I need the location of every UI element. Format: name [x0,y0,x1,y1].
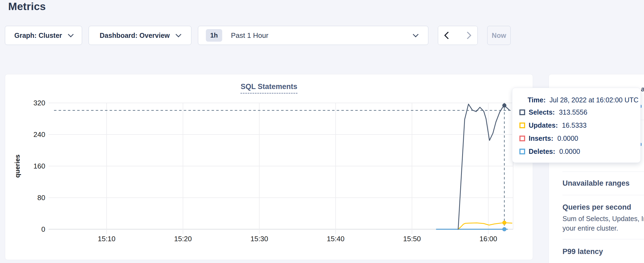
x-tick-label: 15:50 [403,235,421,243]
sidebar-heading-queries-per-second: Queries per second [562,203,631,212]
series-swatch-icon [519,136,525,141]
dashboard-dropdown-label: Dashboard: Overview [100,32,170,39]
tooltip-time-value: Jul 28, 2022 at 16:02:00 UTC [549,96,639,104]
sidebar-heading-p99-latency: P99 latency [562,247,603,256]
tooltip-series-value: 16.5333 [562,121,586,129]
time-range-label: Past 1 Hour [231,31,268,40]
x-tick-label: 15:20 [174,235,192,243]
tooltip-series-row: Updates:16.5333 [519,119,635,132]
y-tick-label: 240 [13,130,45,139]
y-tick-label: 320 [13,99,45,107]
sidebar-divider [562,172,644,172]
chart-tooltip: Time:Jul 28, 2022 at 16:02:00 UTC Select… [512,88,641,163]
sidebar-divider [562,239,644,239]
series-swatch-icon [519,149,525,154]
page-title: Metrics [8,1,46,13]
chevron-right-icon [464,32,471,39]
tooltip-series-row: Deletes:0.0000 [519,145,635,158]
tooltip-series-label: Deletes: [529,148,555,155]
tooltip-series-row: Selects:313.5556 [519,106,635,119]
tooltip-series-label: Updates: [529,121,558,129]
sidebar-description-line: your entire cluster. [562,225,618,232]
graph-dropdown[interactable]: Graph: Cluster [5,26,82,45]
series-swatch-icon [519,123,525,128]
now-button[interactable]: Now [487,26,511,45]
tooltip-series-label: Selects: [529,108,555,116]
tooltip-series-value: 0.0000 [557,134,578,142]
x-tick-label: 15:30 [250,235,268,243]
chevron-down-icon [175,31,181,37]
x-tick-label: 15:40 [327,235,344,243]
dashboard-dropdown[interactable]: Dashboard: Overview [89,26,191,45]
time-back-button[interactable] [438,26,458,45]
time-range-badge: 1h [206,29,222,42]
x-tick-label: 16:00 [479,235,497,243]
tooltip-series-row: Inserts:0.0000 [519,132,635,145]
time-forward-button[interactable] [458,26,477,45]
clipped-heading-fragment: a [641,85,644,93]
series-swatch-icon [519,109,525,115]
tooltip-time: Time:Jul 28, 2022 at 16:02:00 UTC [528,96,639,104]
chevron-down-icon [413,31,419,37]
chevron-left-icon [444,32,452,39]
sidebar-heading-unavailable-ranges: Unavailable ranges [562,179,630,188]
y-tick-label: 0 [13,225,45,234]
sidebar-divider [562,195,644,195]
tooltip-time-label: Time: [528,96,546,104]
tooltip-series-value: 0.0000 [559,148,580,155]
chart-title[interactable]: SQL Statements [240,82,297,94]
y-tick-label: 80 [13,194,45,202]
x-tick-label: 15:10 [98,235,115,243]
tooltip-series-value: 313.5556 [559,108,587,116]
chevron-down-icon [68,31,73,37]
graph-dropdown-label: Graph: Cluster [14,32,62,39]
y-tick-label: 160 [13,162,45,170]
time-range-dropdown[interactable]: 1h Past 1 Hour [198,26,428,45]
sidebar-description-line: Sum of Selects, Updates, Inser [562,215,644,222]
time-step-controls [438,26,478,45]
sql-statements-chart-card: SQL Statements [5,74,533,260]
tooltip-series-label: Inserts: [529,134,553,142]
tooltip-series-rows: Selects:313.5556Updates:16.5333Inserts:0… [519,106,635,158]
